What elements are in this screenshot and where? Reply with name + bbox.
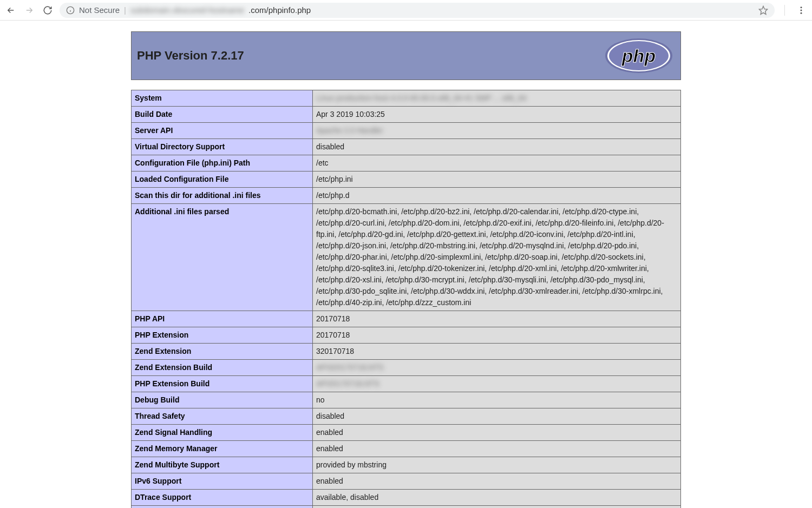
table-row: Server APIApache 2.0 Handler: [132, 123, 681, 139]
config-value: disabled: [313, 408, 681, 425]
config-value: https, ftps, compress.zlib, php, file, g…: [313, 506, 681, 509]
config-value: 20170718: [313, 327, 681, 344]
bookmark-star-icon[interactable]: [758, 5, 768, 15]
site-info-icon[interactable]: [66, 6, 75, 15]
php-logo: php: [604, 37, 674, 74]
config-value: API20170718,NTS: [313, 376, 681, 392]
config-key: Loaded Configuration File: [132, 171, 313, 188]
security-status-label: Not Secure: [79, 5, 120, 15]
config-key: PHP Extension: [132, 327, 313, 344]
phpinfo-table: SystemLinux production-host 4.0.0-00.00.…: [131, 90, 681, 508]
address-bar[interactable]: Not Secure | subdomain.obscured-hostname…: [60, 3, 775, 18]
table-row: DTrace Supportavailable, disabled: [132, 490, 681, 506]
table-row: PHP Extension20170718: [132, 327, 681, 344]
config-key: Registered PHP Streams: [132, 506, 313, 509]
svg-point-5: [801, 9, 802, 11]
table-row: Thread Safetydisabled: [132, 408, 681, 425]
back-button[interactable]: [4, 4, 17, 17]
table-row: PHP Extension BuildAPI20170718,NTS: [132, 376, 681, 392]
config-value: Apache 2.0 Handler: [313, 123, 681, 139]
config-key: Debug Build: [132, 392, 313, 408]
config-key: Thread Safety: [132, 408, 313, 425]
config-value: API320170718,NTS: [313, 360, 681, 376]
config-value: /etc/php.d: [313, 188, 681, 204]
config-value: Linux production-host 4.0.0-00.00.0.x86_…: [313, 90, 681, 107]
config-key: Scan this dir for additional .ini files: [132, 188, 313, 204]
config-key: Zend Multibyte Support: [132, 457, 313, 473]
config-value: 320170718: [313, 344, 681, 360]
config-value: disabled: [313, 139, 681, 155]
url-visible-part: .com/phpinfo.php: [248, 5, 311, 15]
config-key: DTrace Support: [132, 490, 313, 506]
browser-menu-button[interactable]: [795, 4, 808, 17]
table-row: Zend Signal Handlingenabled: [132, 425, 681, 441]
config-key: Additional .ini files parsed: [132, 204, 313, 311]
config-value: /etc: [313, 155, 681, 171]
config-key: System: [132, 90, 313, 107]
page-title: PHP Version 7.2.17: [137, 49, 244, 63]
config-key: Zend Extension Build: [132, 360, 313, 376]
table-row: Registered PHP Streamshttps, ftps, compr…: [132, 506, 681, 509]
config-key: Configuration File (php.ini) Path: [132, 155, 313, 171]
table-row: SystemLinux production-host 4.0.0-00.00.…: [132, 90, 681, 107]
table-row: IPv6 Supportenabled: [132, 473, 681, 490]
config-value: enabled: [313, 473, 681, 490]
table-row: Zend Memory Managerenabled: [132, 441, 681, 457]
config-key: Zend Memory Manager: [132, 441, 313, 457]
config-value: 20170718: [313, 311, 681, 327]
table-row: Zend Extension BuildAPI320170718,NTS: [132, 360, 681, 376]
config-key: Build Date: [132, 107, 313, 123]
table-row: Debug Buildno: [132, 392, 681, 408]
config-value: available, disabled: [313, 490, 681, 506]
config-value: enabled: [313, 425, 681, 441]
table-row: Loaded Configuration File/etc/php.ini: [132, 171, 681, 188]
divider: |: [124, 5, 126, 15]
table-row: Scan this dir for additional .ini files/…: [132, 188, 681, 204]
table-row: Additional .ini files parsed/etc/php.d/2…: [132, 204, 681, 311]
config-key: Virtual Directory Support: [132, 139, 313, 155]
svg-point-4: [801, 6, 802, 8]
config-value: no: [313, 392, 681, 408]
config-key: IPv6 Support: [132, 473, 313, 490]
config-key: Zend Signal Handling: [132, 425, 313, 441]
svg-text:php: php: [621, 45, 656, 66]
config-key: Server API: [132, 123, 313, 139]
config-key: PHP Extension Build: [132, 376, 313, 392]
table-row: Configuration File (php.ini) Path/etc: [132, 155, 681, 171]
reload-button[interactable]: [41, 4, 54, 17]
toolbar-divider: [784, 5, 785, 16]
browser-toolbar: Not Secure | subdomain.obscured-hostname…: [0, 0, 812, 21]
svg-point-6: [801, 12, 802, 14]
page-content: PHP Version 7.2.17 php SystemLinux produ…: [0, 21, 812, 508]
config-value: /etc/php.d/20-bcmath.ini, /etc/php.d/20-…: [313, 204, 681, 311]
config-key: PHP API: [132, 311, 313, 327]
phpinfo-header-banner: PHP Version 7.2.17 php: [131, 31, 681, 80]
config-value: Apr 3 2019 10:03:25: [313, 107, 681, 123]
table-row: Virtual Directory Supportdisabled: [132, 139, 681, 155]
config-value: provided by mbstring: [313, 457, 681, 473]
config-value: enabled: [313, 441, 681, 457]
table-row: Zend Extension320170718: [132, 344, 681, 360]
config-key: Zend Extension: [132, 344, 313, 360]
table-row: Zend Multibyte Supportprovided by mbstri…: [132, 457, 681, 473]
svg-marker-3: [759, 6, 768, 14]
table-row: Build DateApr 3 2019 10:03:25: [132, 107, 681, 123]
url-hidden-part: subdomain.obscured-hostname: [130, 5, 244, 15]
table-row: PHP API20170718: [132, 311, 681, 327]
forward-button[interactable]: [23, 4, 36, 17]
config-value: /etc/php.ini: [313, 171, 681, 188]
